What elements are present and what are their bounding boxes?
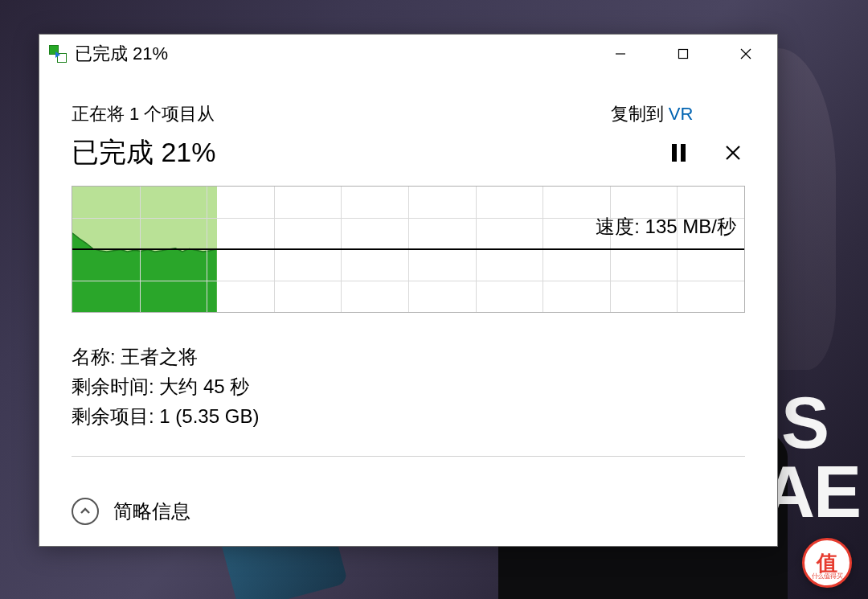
minimize-button[interactable] — [589, 35, 652, 72]
items-remaining-label: 剩余项目 — [72, 405, 159, 427]
speed-label: 速度: 135 MB/秒 — [596, 214, 736, 240]
smzdm-watermark: 值 什么值得买 — [802, 538, 852, 588]
maximize-button[interactable] — [652, 35, 714, 72]
watermark-sub: 什么值得买 — [812, 572, 843, 581]
title-bar[interactable]: 已完成 21% — [39, 35, 777, 73]
name-value: 王者之将 — [121, 346, 198, 367]
separator — [72, 456, 745, 457]
pause-icon — [672, 144, 686, 162]
progress-heading: 已完成 21% — [72, 134, 216, 171]
svg-rect-1 — [679, 50, 688, 59]
close-icon — [725, 145, 741, 161]
copy-destination-link[interactable]: VR — [669, 104, 694, 124]
copy-dialog: 已完成 21% 正在将 1 个项目从 复制到 VR 已完成 21% — [39, 34, 778, 547]
speed-chart: 速度: 135 MB/秒 — [72, 186, 745, 313]
transfer-details: 名称王者之将 剩余时间大约 45 秒 剩余项目1 (5.35 GB) — [72, 342, 745, 432]
time-remaining-label: 剩余时间 — [72, 375, 159, 397]
pause-button[interactable] — [666, 141, 690, 165]
items-remaining-value: 1 (5.35 GB) — [159, 405, 259, 427]
watermark-main: 值 — [817, 552, 837, 573]
name-label: 名称 — [72, 346, 121, 367]
details-toggle-label: 简略信息 — [113, 498, 190, 524]
cancel-button[interactable] — [721, 141, 745, 165]
details-toggle[interactable]: 简略信息 — [39, 482, 777, 546]
close-window-button[interactable] — [714, 35, 777, 72]
speed-midline — [72, 248, 744, 250]
copy-app-icon — [49, 45, 67, 63]
copy-prefix: 正在将 1 个项目从 — [72, 104, 215, 124]
copy-to-text: 复制到 — [611, 104, 669, 124]
copy-description: 正在将 1 个项目从 复制到 VR — [72, 102, 745, 126]
chevron-up-icon — [72, 498, 99, 525]
time-remaining-value: 大约 45 秒 — [159, 375, 249, 397]
window-title: 已完成 21% — [75, 42, 168, 66]
